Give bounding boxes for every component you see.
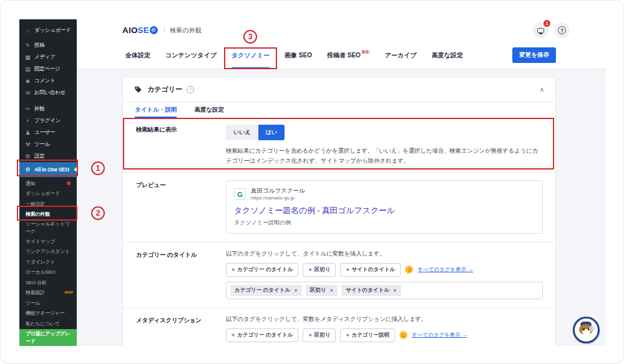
sidebar-item-all-in-one-seo[interactable]: ⚙ All in One SEO: [19, 162, 77, 177]
meta-description-tag-buttons: +カテゴリー のタイトル +区切り +カテゴリー説明: [226, 328, 395, 342]
tab[interactable]: 高度な設定: [432, 42, 463, 69]
preview-url: https://sanada-gs.jp: [251, 195, 305, 201]
card-title: カテゴリー: [147, 85, 182, 94]
aioseo-submenu-item[interactable]: 検索統計 NEW!: [19, 288, 77, 299]
category-title-label: カテゴリー のタイトル: [136, 250, 226, 299]
aioseo-submenu: 通知 ダッシュボード 一般設定: [19, 177, 77, 346]
collapse-chevron-icon[interactable]: ∧: [540, 86, 544, 93]
tab[interactable]: 画像 SEO: [285, 42, 312, 69]
appearance-icon: ✑: [24, 106, 32, 112]
no-button[interactable]: いいえ: [226, 125, 258, 140]
aioseo-submenu-item[interactable]: リダイレクト: [19, 257, 77, 267]
category-settings-card: カテゴリー ? ∧ タイトル・説明 高度な設定 検索結果に表示: [122, 77, 556, 346]
tag-icon: [134, 85, 142, 93]
aioseo-submenu-item[interactable]: SEO 分析: [19, 277, 77, 288]
sidebar-item[interactable]: ⌂ ダッシュボード: [19, 24, 77, 36]
sidebar-item[interactable]: ♟ ユーザー: [19, 127, 77, 138]
save-changes-button[interactable]: 変更を保存: [512, 47, 556, 63]
notifications-icon: [537, 28, 544, 33]
tab[interactable]: 全体設定: [125, 42, 150, 69]
plus-icon: +: [308, 267, 311, 273]
chevron-down-icon: ∨: [294, 288, 298, 293]
tab[interactable]: アーカイブ: [385, 42, 417, 69]
aioseo-submenu-item[interactable]: サイトマップ: [19, 236, 77, 247]
sidebar-item[interactable]: ⚡ プラグイン: [19, 115, 77, 127]
site-favicon: G: [234, 188, 246, 200]
aioseo-submenu-item[interactable]: ツール: [19, 298, 77, 309]
dashboard-icon: ⌂: [24, 27, 32, 34]
emoji-picker-button[interactable]: ☺: [405, 266, 413, 274]
aioseo-topbar: AIOSE⚙ / 検索の外観 1 ?: [77, 19, 606, 42]
insert-tag-button[interactable]: +カテゴリー のタイトル: [226, 328, 298, 342]
category-title-helper: 以下のタグをクリックして、タイトルに変数を挿入します。: [226, 250, 543, 258]
meta-description-row: メタディスクリプション 以下のタグをクリックして、変数をメタディスクリプションに…: [123, 307, 555, 346]
search-appearance-tabbar: 全体設定 コンテンツタイプ タクソノミー: [77, 42, 606, 69]
posts-icon: ✎: [24, 42, 32, 49]
variable-pill[interactable]: カテゴリー のタイトル∨: [230, 285, 302, 296]
insert-tag-button[interactable]: +サイトのタイトル: [340, 263, 401, 277]
aioseo-submenu-item[interactable]: 私たちについて: [19, 318, 77, 329]
users-icon: ♟: [24, 130, 32, 136]
insert-tag-button[interactable]: +区切り: [303, 328, 336, 342]
card-subtab[interactable]: 高度な設定: [194, 102, 224, 118]
aioseo-submenu-item[interactable]: ソーシャルネットワーク: [19, 219, 77, 236]
tab[interactable]: コンテンツタイプ: [165, 42, 217, 69]
serp-preview-card: G 真田ゴルフスクール https://sanada-gs.jp タクソノミー題…: [226, 180, 543, 233]
sidebar-item[interactable]: ✎ 投稿: [19, 39, 77, 51]
breadcrumb: 検索の外観: [170, 26, 202, 35]
help-button[interactable]: ?: [554, 22, 570, 38]
sidebar-item[interactable]: ⚙ 設定: [19, 150, 77, 162]
card-subtabs: タイトル・説明 高度な設定: [123, 102, 555, 118]
sidebar-item[interactable]: ✑ 外観: [19, 103, 77, 115]
insert-tag-button[interactable]: +カテゴリー説明: [340, 328, 395, 342]
wp-admin-sidebar: ⌂ ダッシュボード ✎ 投稿 ▦ メディア ▤: [19, 19, 77, 346]
preview-title: タクソノミー題名の例 - 真田ゴルフスクール: [234, 205, 535, 216]
contact-icon: ✉: [24, 90, 32, 96]
preview-label: プレビュー: [136, 180, 226, 233]
show-all-tags-link[interactable]: すべてのタグを表示 →: [412, 332, 467, 339]
framed-screenshot: ⌂ ダッシュボード ✎ 投稿 ▦ メディア ▤: [0, 0, 624, 364]
sidebar-item[interactable]: ◙ コメント: [19, 75, 77, 87]
help-icon: ?: [558, 26, 566, 34]
notification-dot: [67, 181, 71, 185]
aioseo-submenu-item[interactable]: リンクアシスタント: [19, 247, 77, 257]
card-subtab[interactable]: タイトル・説明: [135, 102, 177, 118]
notifications-button[interactable]: 1: [533, 22, 548, 38]
sidebar-item[interactable]: ▦ メディア: [19, 51, 77, 63]
chevron-down-icon: ∨: [330, 288, 334, 293]
aioseo-submenu-item[interactable]: ダッシュボード: [19, 189, 77, 199]
plus-icon: +: [346, 267, 349, 273]
variable-pill[interactable]: サイトのタイトル∨: [341, 285, 401, 296]
aioseo-submenu-item[interactable]: 検索の外観: [19, 209, 77, 220]
sidebar-item[interactable]: ▤ 固定ページ: [19, 63, 77, 75]
emoji-picker-button[interactable]: ☺: [399, 331, 407, 339]
aioseo-submenu-item[interactable]: 機能マネージャー: [19, 309, 77, 319]
tab[interactable]: タクソノミー 3: [232, 42, 270, 69]
tab-new-badge: 新規!: [362, 50, 370, 54]
insert-tag-button[interactable]: +区切り: [303, 263, 336, 277]
logo-text-aio: AIO: [122, 26, 138, 35]
help-tooltip-icon[interactable]: ?: [187, 86, 194, 93]
chevron-down-icon: ∨: [393, 288, 397, 293]
aioseo-submenu-item[interactable]: 一般設定: [19, 199, 77, 209]
tools-icon: ⚒: [24, 141, 32, 148]
aioseo-submenu-item[interactable]: 通知: [19, 178, 77, 189]
category-title-input[interactable]: カテゴリー のタイトル∨ 区切り∨ サイトのタイトル∨: [226, 282, 543, 299]
sidebar-item[interactable]: ⚒ ツール: [19, 138, 77, 150]
preview-description: タクソノミー説明の例: [234, 219, 535, 227]
pages-icon: ▤: [24, 66, 32, 72]
category-title-row: カテゴリー のタイトル 以下のタグをクリックして、タイトルに変数を挿入します。 …: [123, 242, 555, 307]
aioseo-submenu-item[interactable]: プロ版にアップグレード: [19, 329, 77, 347]
yes-button[interactable]: はい: [258, 125, 285, 140]
variable-pill[interactable]: 区切り∨: [306, 285, 338, 296]
insert-tag-button[interactable]: +カテゴリー のタイトル: [226, 263, 298, 277]
aioseo-mascot-button[interactable]: [573, 317, 600, 343]
plugins-icon: ⚡: [24, 118, 32, 124]
logo-text-se: SE: [138, 26, 149, 35]
sidebar-item[interactable]: ✉ お問い合わせ: [19, 87, 77, 98]
tab[interactable]: 投稿者 SEO 新規!: [327, 42, 370, 69]
logo-gear-o-icon: ⚙: [150, 26, 158, 34]
show-all-tags-link[interactable]: すべてのタグを表示 →: [417, 266, 473, 274]
aioseo-submenu-item[interactable]: ローカルSEO: [19, 267, 77, 278]
preview-row: プレビュー G 真田ゴルフスクール https://sanada-gs.jp タ…: [123, 172, 555, 241]
